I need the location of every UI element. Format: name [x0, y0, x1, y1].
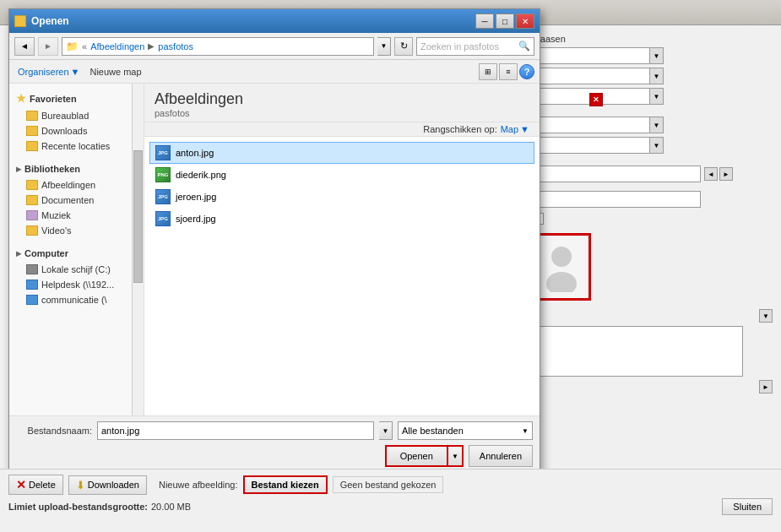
scrollbar-thumb[interactable]	[133, 150, 143, 283]
path-prefix: «	[82, 41, 87, 52]
sidebar-item-muziek[interactable]: Muziek	[9, 208, 144, 223]
sidebar-item-documenten[interactable]: Documenten	[9, 193, 144, 208]
help-btn[interactable]: ?	[519, 64, 534, 79]
computer-expand-icon: ▶	[16, 250, 21, 258]
file-item-jeroen[interactable]: JPG jeroen.jpg	[149, 186, 534, 208]
file-item-sjoerd[interactable]: JPG sjoerd.jpg	[149, 208, 534, 230]
filename-input[interactable]	[97, 421, 374, 440]
filename-dropdown-btn[interactable]: ▼	[379, 421, 393, 440]
select-arrow-5[interactable]: ▼	[650, 137, 664, 154]
dialog-body: ★ Favorieten Bureaublad Downloads Recent…	[9, 84, 540, 415]
klaasen-input-4[interactable]	[532, 117, 650, 133]
limiet-value: 20.00 MB	[151, 502, 191, 512]
sidebar-item-communicatie[interactable]: communicatie (\	[9, 292, 144, 307]
sidebar-muziek-label: Muziek	[41, 210, 71, 220]
view-grid-btn[interactable]: ⊞	[479, 63, 497, 80]
file-item-diederik[interactable]: PNG diederik.png	[149, 164, 534, 186]
sidebar-item-videos[interactable]: Video's	[9, 223, 144, 238]
sidebar-helpdesk-label: Helpdesk (\\192...	[41, 280, 114, 290]
sluiten-button[interactable]: Sluiten	[722, 498, 773, 515]
select-arrow-4[interactable]: ▼	[650, 117, 664, 133]
minimize-btn[interactable]: ─	[475, 14, 494, 29]
geen-bestand-text: Geen bestand gekozen	[333, 476, 444, 493]
select-arrow-2[interactable]: ▼	[650, 68, 664, 84]
klaasen-input-7[interactable]	[532, 191, 701, 208]
view-list-btn[interactable]: ≡	[499, 63, 518, 80]
sidebar-item-lokale-schijf[interactable]: Lokale schijf (C:)	[9, 262, 144, 277]
jpg-icon: JPG	[155, 189, 171, 204]
small-close-btn[interactable]: ✕	[589, 93, 603, 106]
nav-arrows: ◄ ►	[704, 167, 733, 181]
bestand-kiezen-button[interactable]: Bestand kiezen	[243, 475, 328, 494]
favorites-label: Favorieten	[30, 94, 77, 104]
select-arrow-1[interactable]: ▼	[650, 47, 664, 64]
sidebar-communicatie-label: communicatie (\	[41, 295, 107, 305]
bottom-bar-actions: ✕ Delete ⬇ Downloaden Nieuwe afbeelding:…	[8, 475, 773, 495]
organise-btn[interactable]: Organiseren ▼	[14, 65, 83, 79]
download-label: Downloaden	[88, 480, 139, 490]
file-name-anton: anton.jpg	[176, 148, 214, 158]
close-btn[interactable]: ✕	[516, 14, 534, 29]
open-dropdown-btn[interactable]: ▼	[448, 445, 464, 467]
sidebar-item-recente[interactable]: Recente locaties	[9, 138, 144, 154]
sidebar-item-afbeeldingen[interactable]: Afbeeldingen	[9, 177, 144, 193]
search-bar: Zoeken in pasfotos 🔍	[416, 37, 534, 56]
open-button[interactable]: Openen	[385, 445, 448, 467]
path-folder[interactable]: Afbeeldingen	[90, 41, 144, 52]
scroll-down-btn[interactable]: ▼	[759, 309, 773, 323]
maximize-btn[interactable]: □	[496, 14, 514, 29]
scroll-right-btn[interactable]: ►	[759, 380, 773, 394]
textarea-bg[interactable]	[532, 326, 743, 377]
jpg-icon: JPG	[155, 211, 171, 226]
main-breadcrumb: pasfotos	[155, 108, 529, 118]
nieuwe-map-btn[interactable]: Nieuwe map	[89, 67, 141, 77]
path-dropdown-btn[interactable]: ▼	[377, 37, 391, 56]
folder-icon	[26, 141, 38, 151]
sort-map-btn[interactable]: Map ▼	[501, 124, 529, 134]
search-icon[interactable]: 🔍	[518, 41, 530, 52]
sidebar-documenten-label: Documenten	[41, 195, 94, 205]
klaasen-input-2[interactable]	[532, 68, 650, 84]
annuleren-button[interactable]: Annuleren	[469, 445, 533, 467]
sidebar-item-downloads[interactable]: Downloads	[9, 123, 144, 138]
nav-next-btn[interactable]: ►	[719, 167, 733, 181]
download-button[interactable]: ⬇ Downloaden	[68, 475, 147, 495]
back-btn[interactable]: ◄	[14, 37, 35, 56]
path-subfolder[interactable]: pasfotos	[158, 41, 193, 52]
sidebar-item-helpdesk[interactable]: Helpdesk (\\192...	[9, 277, 144, 292]
computer-section: ▶ Computer	[9, 245, 144, 262]
sort-bar: Rangschikken op: Map ▼	[144, 122, 540, 137]
png-icon: PNG	[155, 167, 171, 182]
sidebar-item-bureaublad[interactable]: Bureaublad	[9, 108, 144, 123]
path-separator: ▶	[148, 41, 155, 51]
input-row-1: ▼	[532, 47, 773, 64]
forward-btn[interactable]: ►	[38, 37, 58, 56]
dialog-footer: Bestandsnaam: ▼ Alle bestanden ▼ Openen …	[9, 415, 540, 472]
klaasen-input-1[interactable]	[532, 47, 650, 64]
refresh-btn[interactable]: ↻	[394, 37, 413, 56]
klaasen-input-6[interactable]	[532, 166, 701, 182]
organise-label: Organiseren	[18, 67, 69, 77]
input-row-3: ▼	[532, 88, 773, 105]
klaasen-input-5[interactable]	[532, 137, 650, 154]
organise-dropdown-icon: ▼	[71, 67, 80, 77]
file-item-anton[interactable]: JPG anton.jpg	[149, 142, 534, 164]
path-folder-icon: 📁	[66, 41, 79, 52]
file-name-jeroen: jeroen.jpg	[176, 192, 216, 202]
sidebar-bureaublad-label: Bureaublad	[41, 111, 89, 121]
input-row-5: ▼	[532, 137, 773, 154]
open-btn-group: Openen ▼	[385, 445, 464, 467]
input-row-4: ▼	[532, 117, 773, 133]
sidebar-recente-label: Recente locaties	[41, 141, 110, 151]
delete-button[interactable]: ✕ Delete	[8, 475, 63, 495]
nav-prev-btn[interactable]: ◄	[704, 167, 718, 181]
sidebar-scrollbar[interactable]	[132, 84, 144, 415]
sidebar-videos-label: Video's	[41, 225, 72, 236]
delete-icon: ✕	[16, 478, 26, 491]
select-arrow-3[interactable]: ▼	[650, 88, 664, 105]
download-icon: ⬇	[76, 479, 85, 491]
file-name-sjoerd: sjoerd.jpg	[176, 214, 216, 224]
dialog-sidebar: ★ Favorieten Bureaublad Downloads Recent…	[9, 84, 144, 415]
filetype-select[interactable]: Alle bestanden ▼	[398, 421, 533, 440]
svg-point-1	[546, 272, 577, 292]
